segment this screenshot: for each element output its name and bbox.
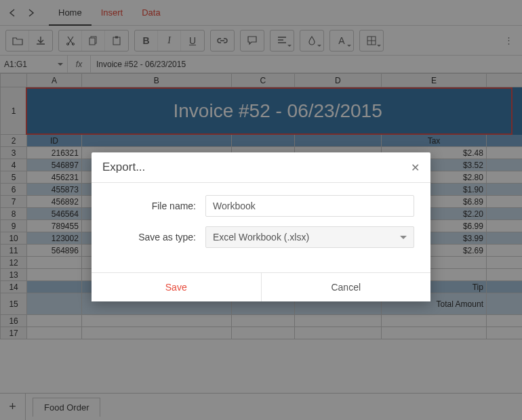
filename-label: File name:	[108, 201, 196, 211]
saveas-select[interactable]: Excel Workbook (.xlsx)	[205, 226, 414, 248]
modal-overlay: Export... ✕ File name: Save as type: Exc…	[0, 0, 522, 420]
close-icon[interactable]: ✕	[411, 161, 420, 174]
saveas-label: Save as type:	[108, 232, 196, 243]
filename-input[interactable]	[205, 195, 414, 217]
export-dialog: Export... ✕ File name: Save as type: Exc…	[92, 152, 430, 301]
dialog-title: Export...	[102, 161, 145, 174]
saveas-value: Excel Workbook (.xlsx)	[213, 232, 309, 243]
save-button[interactable]: Save	[92, 273, 262, 301]
chevron-down-icon	[400, 236, 407, 243]
cancel-button[interactable]: Cancel	[262, 273, 431, 301]
